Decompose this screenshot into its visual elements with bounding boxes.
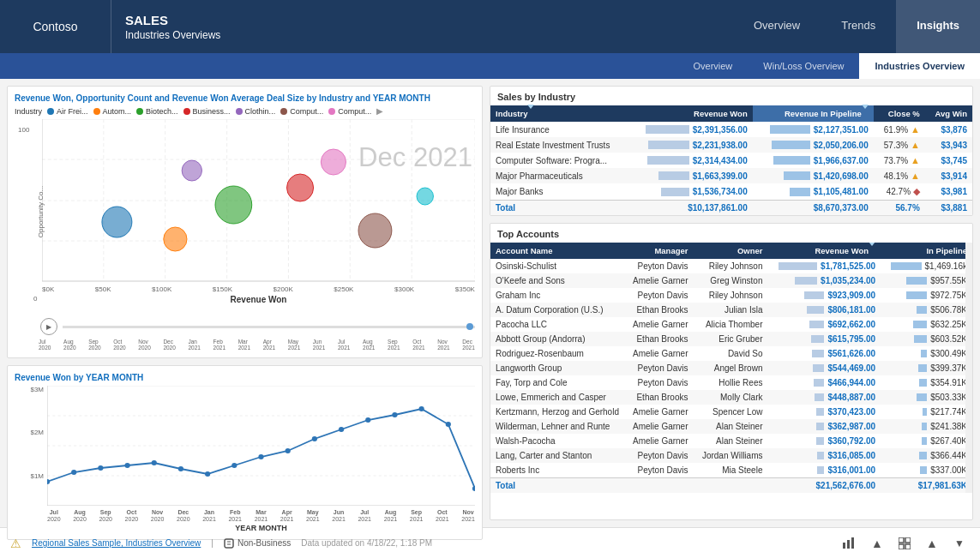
svg-point-36 xyxy=(258,454,263,459)
sales-by-industry-card: Sales by Industry Industry Revenue Won R… xyxy=(490,86,973,216)
top-accounts-title: Top Accounts xyxy=(490,224,972,243)
account-name: Walsh-Pacocha xyxy=(490,434,624,448)
tab-overview[interactable]: Overview xyxy=(733,0,821,53)
table-row: Lang, Carter and Stanton Peyton Davis Jo… xyxy=(490,448,972,463)
svg-rect-49 xyxy=(847,540,850,549)
account-owner: David So xyxy=(694,346,768,361)
close-pct-cell: 73.7% ▲ xyxy=(874,153,925,168)
svg-rect-52 xyxy=(905,537,911,543)
top-accounts-wrapper: Account Name Manager Owner Revenue Won I… xyxy=(490,243,972,493)
right-panel: Sales by Industry Industry Revenue Won R… xyxy=(490,86,973,520)
account-revenue-won: $544,469.00 xyxy=(767,361,881,375)
legend-item-3: Business... xyxy=(183,107,231,116)
sub-tab-overview[interactable]: Overview xyxy=(677,53,748,79)
account-manager: Amelie Garner xyxy=(624,346,694,361)
bubble-chart-title: Revenue Won, Opportunity Count and Reven… xyxy=(15,93,475,103)
account-pipeline: $337.00K xyxy=(881,463,972,478)
sub-tab-industries[interactable]: Industries Overview xyxy=(859,53,980,79)
svg-point-20 xyxy=(417,188,433,205)
top-accounts-table: Account Name Manager Owner Revenue Won I… xyxy=(490,243,972,493)
x-axis-title: Revenue Won xyxy=(42,295,475,304)
legend-item-6: Comput... xyxy=(328,107,371,116)
table-row: Major Pharmaceuticals $1,663,399.00 $1,4… xyxy=(490,168,972,183)
table-row: Graham Inc Peyton Davis Riley Johnson $9… xyxy=(490,288,972,303)
th-account-revenue-won: Revenue Won xyxy=(767,243,881,259)
line-chart-svg xyxy=(47,386,475,506)
account-owner: Alan Steiner xyxy=(694,434,768,448)
table-row: Langworth Group Peyton Davis Angel Brown… xyxy=(490,361,972,375)
account-pipeline: $267.40K xyxy=(881,434,972,448)
y-axis-label: Opportunity Co... xyxy=(37,186,45,237)
tag-icon xyxy=(224,538,234,549)
account-pipeline: $603.52K xyxy=(881,332,972,346)
account-manager: Amelie Garner xyxy=(624,317,694,332)
table-row: Abbott Group (Andorra) Ethan Brooks Eric… xyxy=(490,332,972,346)
th-industry: Industry xyxy=(490,105,628,122)
industry-name: Computer Software: Progra... xyxy=(490,153,628,168)
account-name: Lang, Carter and Stanton xyxy=(490,448,624,463)
chevron-down-icon-btn[interactable]: ▲ xyxy=(922,533,942,554)
pipeline-cell: $2,050,206.00 xyxy=(753,137,874,153)
account-pipeline: $1,469.16k xyxy=(881,259,972,273)
app-logo: Contoso xyxy=(0,0,111,53)
x-axis-labels: $0K $50K $100K $150K $200K $250K $300K $… xyxy=(42,285,475,293)
th-close-pct: Close % xyxy=(874,105,925,122)
chart-icon-btn[interactable] xyxy=(839,533,860,554)
account-revenue-won: $316,001.00 xyxy=(767,463,881,478)
account-owner: Riley Johnson xyxy=(694,288,768,303)
table-row: Major Banks $1,536,734.00 $1,105,481.00 … xyxy=(490,183,972,201)
account-manager: Ethan Brooks xyxy=(624,303,694,317)
th-avg-win: Avg Win xyxy=(925,105,972,122)
legend-item-1: Autom... xyxy=(93,107,132,116)
chevron-up-icon-btn[interactable]: ▲ xyxy=(867,533,887,554)
close-pct-cell: 61.9% ▲ xyxy=(874,122,925,137)
pipeline-cell: $1,420,698.00 xyxy=(753,168,874,183)
account-manager: Ethan Brooks xyxy=(624,390,694,405)
account-pipeline: $366.44K xyxy=(881,448,972,463)
total-pipeline: $8,670,373.00 xyxy=(753,201,874,216)
tab-trends[interactable]: Trends xyxy=(821,0,896,53)
x-axis-labels-line: Jul2020 Aug2020 Sep2020 Oct2020 Nov2020 … xyxy=(47,509,475,522)
avg-win-cell: $3,745 xyxy=(925,153,972,168)
status-tag: Non-Business xyxy=(224,538,291,549)
account-name: Roberts Inc xyxy=(490,463,624,478)
tab-insights[interactable]: Insights xyxy=(896,0,980,53)
legend-industry-label: Industry xyxy=(15,107,42,116)
account-pipeline: $632.25K xyxy=(881,317,972,332)
account-name: Graham Inc xyxy=(490,288,624,303)
account-owner: Molly Clark xyxy=(694,390,768,405)
svg-point-37 xyxy=(286,448,291,453)
timeline-track[interactable] xyxy=(63,326,475,328)
total-revenue-won: $10,137,861.00 xyxy=(628,201,753,216)
account-owner: Mia Steele xyxy=(694,463,768,478)
trend-diamond-icon: ◆ xyxy=(913,186,920,196)
account-name: Pacocha LLC xyxy=(490,317,624,332)
account-owner: Alan Steiner xyxy=(694,419,768,434)
table-row: Computer Software: Progra... $2,314,434.… xyxy=(490,153,972,168)
play-button[interactable]: ▶ xyxy=(40,318,57,335)
pipeline-cell: $2,127,351.00 xyxy=(753,122,874,137)
svg-point-32 xyxy=(152,460,157,465)
svg-point-18 xyxy=(358,213,392,248)
scroll-indicator[interactable] xyxy=(965,243,972,493)
industry-name: Real Estate Investment Trusts xyxy=(490,137,628,153)
nav-tabs: Overview Trends Insights xyxy=(733,0,980,53)
svg-point-15 xyxy=(215,186,252,224)
table-row: Real Estate Investment Trusts $2,231,938… xyxy=(490,137,972,153)
account-owner: Hollie Rees xyxy=(694,375,768,390)
status-report-link[interactable]: Regional Sales Sample, Industries Overvi… xyxy=(32,538,201,548)
account-pipeline: $972.75K xyxy=(881,288,972,303)
account-revenue-won: $1,781,525.00 xyxy=(767,259,881,273)
expand-icon-btn[interactable]: ▼ xyxy=(949,533,970,554)
grid-icon-btn[interactable] xyxy=(894,533,915,554)
svg-point-40 xyxy=(365,417,370,423)
account-pipeline: $217.74K xyxy=(881,405,972,419)
status-right: ▲ ▲ ▼ xyxy=(839,533,970,554)
account-name: O'Keefe and Sons xyxy=(490,273,624,288)
industry-name: Major Pharmaceuticals xyxy=(490,168,628,183)
th-account-name: Account Name xyxy=(490,243,624,259)
account-revenue-won: $615,795.00 xyxy=(767,332,881,346)
table-row: Wilderman, Lehner and Runte Amelie Garne… xyxy=(490,419,972,434)
sub-tab-winloss[interactable]: Win/Loss Overview xyxy=(748,53,859,79)
legend-more: ▶ xyxy=(376,106,383,116)
